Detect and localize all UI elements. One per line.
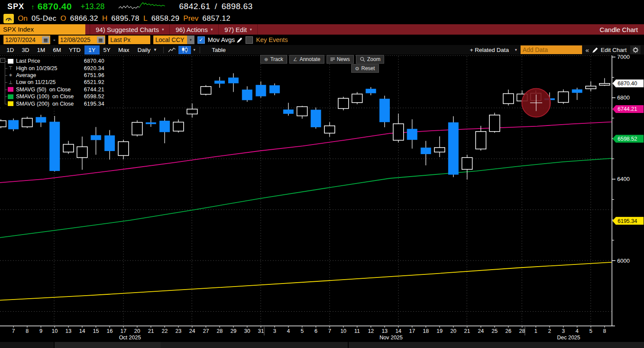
quote-bar: SPX ↑ 6870.40 +13.28 6842.61 / 6898.63	[0, 0, 644, 13]
legend-marker-icon: ∗	[8, 72, 13, 78]
add-data-input[interactable]	[521, 45, 582, 54]
legend-row-5[interactable]: SMAVG (100) on Close6598.52	[2, 93, 104, 100]
legend-swatch	[8, 94, 13, 99]
svg-text:17: 17	[409, 328, 415, 334]
day-range: 6842.61 / 6898.63	[179, 2, 253, 11]
zoom-button[interactable]: Zoom	[356, 55, 385, 64]
range-button-1y[interactable]: 1Y	[84, 45, 100, 55]
line-chart-type-button[interactable]	[165, 46, 178, 54]
menu-item-1[interactable]: 96) Actions▾	[170, 24, 219, 35]
svg-text:3: 3	[273, 328, 276, 334]
track-button[interactable]: ⊕Track	[260, 55, 287, 64]
range-button-6m[interactable]: 6M	[49, 45, 65, 55]
date-from-value: 12/07/2024	[5, 36, 36, 43]
date-to-input[interactable]: 12/08/2025 ▦	[58, 35, 105, 44]
svg-text:24: 24	[189, 328, 195, 334]
mov-avgs-label[interactable]: Mov Avgs	[208, 36, 235, 43]
price-field-select[interactable]: Last Px	[108, 35, 150, 44]
edit-chart-button[interactable]: Edit Chart	[592, 47, 627, 53]
up-arrow-icon: ↑	[31, 3, 35, 10]
reset-icon: ⊙	[355, 66, 359, 71]
range-button-5y[interactable]: 5Y	[100, 45, 115, 55]
chevron-down-icon: ▾	[515, 48, 517, 52]
range-button-1m[interactable]: 1M	[33, 45, 49, 55]
prev-label: Prev	[183, 14, 198, 23]
smavg-200-line	[0, 262, 612, 300]
legend-value: 6870.40	[84, 58, 104, 64]
date-range-dash: -	[53, 36, 55, 43]
menu-item-2[interactable]: 97) Edit▾	[219, 24, 258, 35]
range-separator: /	[215, 2, 217, 11]
svg-text:5: 5	[589, 328, 592, 334]
legend-row-3[interactable]: ⊥Low on 11/21/256521.92	[2, 79, 104, 86]
related-data-button[interactable]: + Related Data ▾	[470, 47, 517, 53]
chart-type-label: Candle Chart	[600, 24, 644, 35]
range-button-ytd[interactable]: YTD	[65, 45, 84, 55]
gear-icon[interactable]	[630, 45, 641, 54]
mov-avgs-checkbox[interactable]: ✓	[197, 36, 205, 44]
collapse-button[interactable]: «	[586, 46, 589, 54]
legend-collapse-icon[interactable]: −	[0, 58, 5, 63]
pencil-icon[interactable]	[237, 37, 243, 43]
key-events-label[interactable]: Key Events	[256, 36, 288, 43]
edit-chart-label: Edit Chart	[601, 47, 627, 53]
frequency-value: Daily	[138, 47, 151, 53]
menu-item-0[interactable]: 94) Suggested Charts▾	[90, 24, 170, 35]
date-from-input[interactable]: 12/07/2024 ▦	[3, 35, 50, 44]
legend-swatch	[8, 59, 13, 64]
toolbar-right: + Related Data ▾ « Edit Chart	[470, 45, 644, 54]
calendar-icon[interactable]: ▦	[97, 36, 104, 43]
candle-chart-type-button[interactable]	[178, 46, 191, 54]
annotate-icon: ∠	[293, 57, 298, 62]
reset-button[interactable]: ⊙ Reset	[351, 64, 379, 73]
range-button-max[interactable]: Max	[114, 45, 133, 55]
chevron-down-icon[interactable]: ▾	[187, 35, 194, 44]
svg-text:30: 30	[244, 328, 250, 334]
svg-text:29: 29	[230, 328, 236, 334]
legend-row-1[interactable]: ⊤High on 10/29/256920.34	[2, 64, 104, 71]
range-low: 6842.61	[179, 2, 210, 11]
news-button[interactable]: News	[327, 55, 354, 64]
svg-text:20: 20	[134, 328, 140, 334]
chart-type-dropdown[interactable]: ▾	[191, 46, 198, 54]
range-button-3d[interactable]: 3D	[18, 45, 33, 55]
status-segment	[0, 342, 54, 348]
currency-select[interactable]: Local CCY ▾	[153, 35, 194, 44]
legend-value: 6195.34	[84, 101, 104, 107]
svg-text:17: 17	[120, 328, 126, 334]
legend-label: Last Price	[16, 58, 84, 64]
svg-text:18: 18	[423, 328, 429, 334]
track-label: Track	[270, 56, 283, 62]
calendar-icon[interactable]: ▦	[42, 36, 49, 43]
pencil-icon	[592, 47, 598, 53]
high-label: H	[102, 14, 107, 23]
svg-text:21: 21	[464, 328, 470, 334]
legend-row-2[interactable]: ∗Average6751.96	[2, 72, 104, 79]
status-segment	[55, 342, 161, 348]
table-button[interactable]: Table	[208, 45, 230, 55]
legend-row-4[interactable]: SMAVG (50) on Close6744.21	[2, 86, 104, 93]
security-input[interactable]: SPX Index	[0, 24, 85, 35]
chevron-down-icon: ▼	[153, 48, 157, 52]
annotate-button[interactable]: ∠Annotate	[289, 55, 324, 64]
key-events-checkbox[interactable]	[246, 36, 253, 44]
price-tags: 6870.406744.216598.526195.34	[612, 80, 644, 225]
bloomberg-terminal-window: SPX ↑ 6870.40 +13.28 6842.61 / 6898.63 O…	[0, 0, 644, 348]
range-button-1d[interactable]: 1D	[3, 45, 18, 55]
menu-items: 94) Suggested Charts▾96) Actions▾97) Edi…	[85, 24, 258, 35]
svg-text:20: 20	[450, 328, 456, 334]
svg-text:6000: 6000	[617, 258, 630, 264]
on-label: On	[18, 14, 28, 23]
reset-label: Reset	[361, 65, 375, 71]
annotation-circle[interactable]	[522, 89, 550, 117]
svg-text:10: 10	[52, 328, 58, 334]
status-divider	[348, 342, 349, 348]
svg-text:7: 7	[12, 328, 15, 334]
legend-label: Average	[16, 72, 84, 78]
legend-row-0[interactable]: Last Price6870.40	[2, 58, 104, 64]
track-icon: ⊕	[264, 57, 268, 62]
chart-canvas[interactable]: 70006800640060006870.406744.216598.52619…	[0, 55, 644, 342]
price-sparkline-icon	[118, 1, 166, 12]
legend-row-6[interactable]: SMAVG (200) on Close6195.34	[2, 100, 104, 107]
frequency-select[interactable]: Daily ▼	[133, 47, 162, 53]
